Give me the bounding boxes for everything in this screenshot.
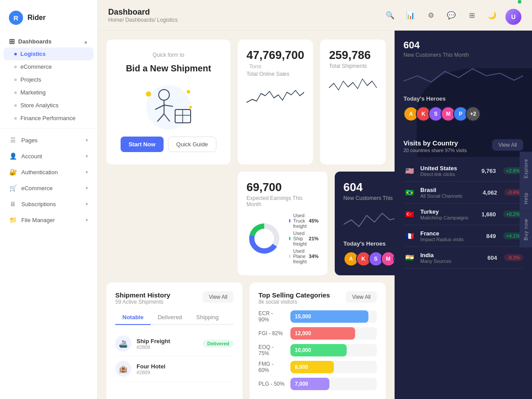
sidebar-item-finance[interactable]: Finance Performance xyxy=(0,112,97,125)
visits-list: 🇺🇸 United States Direct link clicks 9,76… xyxy=(403,160,523,269)
online-indicator xyxy=(518,0,521,4)
visit-row-2: 🇹🇷 Turkey Mailchimp Campaigns 1,680 +0.2… xyxy=(403,203,523,225)
top-selling-title: Top Selling Categories xyxy=(258,291,330,299)
customers-chart xyxy=(344,207,395,233)
visit-info: Brasil All Social Channels xyxy=(420,187,478,199)
total-sales-card: 47,769,700 Tons Total Online Sales xyxy=(238,39,313,164)
visit-row-4: 🇮🇳 India Many Sources 604 -8.3% xyxy=(403,247,523,269)
spacer xyxy=(106,172,231,275)
visit-count: 849 xyxy=(486,233,496,239)
total-shipments-card: 259,786 Total Shipments xyxy=(320,39,386,164)
breadcrumb: Home/ Dashboards/ Logistics xyxy=(108,17,178,23)
visit-info: France Impact Radius visits xyxy=(420,230,482,242)
sidebar-item-projects[interactable]: Projects xyxy=(0,73,97,86)
sidebar-item-pages[interactable]: ☰ Pages ▾ xyxy=(0,132,97,148)
truck-pct: 45% xyxy=(309,218,319,223)
chevron-down-icon: ▾ xyxy=(86,153,88,159)
rp-heroes-avatars: A K S M P +2 xyxy=(403,106,523,121)
shipment-name-1: Ship Freight xyxy=(137,338,197,344)
chevron-down-icon: ▾ xyxy=(86,201,88,207)
top-selling-sub: 8k social visitors xyxy=(258,299,330,305)
legend-plane: Used Plane freight 34% xyxy=(289,248,319,264)
shipments-label: Total Shipments xyxy=(329,63,377,69)
ship-label: Used Ship freight xyxy=(293,231,309,246)
donut-chart xyxy=(246,221,282,256)
sales-unit: Tons xyxy=(249,63,261,70)
legend-truck: Used Truck freight 45% xyxy=(289,213,319,229)
sidebar-item-subscriptions[interactable]: 🖥 Subscriptions ▾ xyxy=(0,196,97,212)
page-title: Dashboard xyxy=(108,8,178,17)
dashboards-section[interactable]: ⊞ Dashboards ▲ xyxy=(0,34,97,47)
start-now-button[interactable]: Start Now xyxy=(121,137,164,152)
bar-fill: 15,000 xyxy=(290,310,368,323)
visit-country: Turkey xyxy=(420,208,477,215)
logo[interactable]: R Rider xyxy=(0,7,97,34)
hotel-icon: 🏨 xyxy=(115,361,131,377)
search-icon[interactable]: 🔍 xyxy=(383,8,397,22)
sidebar-item-ecommerce[interactable]: eCommerce xyxy=(0,60,97,73)
sidebar: R Rider ⊞ Dashboards ▲ Logistics eCommer… xyxy=(0,0,98,399)
sidebar-item-ecommerce2[interactable]: 🛒 eCommerce ▾ xyxy=(0,180,97,196)
sales-value: 47,769,700 xyxy=(246,48,304,62)
sales-chart xyxy=(246,82,304,109)
visit-source: Direct link clicks xyxy=(420,172,477,177)
sales-value-row: 47,769,700 Tons xyxy=(246,48,304,70)
chevron-down-icon: ▾ xyxy=(86,169,88,175)
top-selling-card: Top Selling Categories 8k social visitor… xyxy=(250,282,386,399)
tab-delivered[interactable]: Delivered xyxy=(151,310,189,324)
shipment-item-1: 🚢 Ship Freight #2808 Delivered xyxy=(115,331,234,356)
bar-row-4: PLG - 50% 7,000 xyxy=(258,378,377,390)
shipment-id-2: #2809 xyxy=(137,370,234,375)
settings-icon[interactable]: ⚙ xyxy=(424,8,438,22)
quick-guide-button[interactable]: Quick Guide xyxy=(168,137,217,152)
top-selling-view-all[interactable]: View All xyxy=(346,291,377,303)
chat-icon[interactable]: 💬 xyxy=(444,8,458,22)
help-tab[interactable]: Help xyxy=(520,185,532,211)
hero-buttons: Start Now Quick Guide xyxy=(121,137,216,152)
dark-mode-icon[interactable]: 🌙 xyxy=(485,8,499,22)
main-area: Dashboard Home/ Dashboards/ Logistics 🔍 … xyxy=(98,0,532,399)
chevron-up-icon: ▲ xyxy=(83,39,88,44)
shipment-view-all[interactable]: View All xyxy=(203,291,234,303)
topbar-right: 🔍 📊 ⚙ 💬 ⊞ 🌙 U xyxy=(383,5,521,25)
visit-row-1: 🇧🇷 Brasil All Social Channels 4,062 -0.4… xyxy=(403,182,523,203)
buy-now-tab[interactable]: Buy now xyxy=(520,211,532,247)
hero-illustration xyxy=(135,81,202,129)
bar-label: EOQ - 75% xyxy=(258,344,285,356)
rp-heroes-label: Today's Heroes xyxy=(403,95,523,102)
shipment-sub: 59 Active Shipments xyxy=(115,299,170,305)
filemanager-icon: 📁 xyxy=(9,216,17,224)
hero-title: Bid a New Shipment xyxy=(126,63,211,74)
user-avatar[interactable]: U xyxy=(505,9,521,25)
visits-header: Visits by Country 20 countries share 97%… xyxy=(403,139,523,153)
dot xyxy=(14,91,17,94)
svg-point-17 xyxy=(254,229,274,248)
hero-subtitle: Quick form to xyxy=(153,52,184,58)
visits-title: Visits by Country xyxy=(403,139,467,147)
earnings-label: Expected Earnings This Month xyxy=(246,195,319,207)
logo-icon: R xyxy=(9,11,23,25)
sidebar-item-logistics[interactable]: Logistics xyxy=(4,47,94,60)
bar-track: 7,000 xyxy=(290,378,377,390)
bar-row-0: ECR - 90% 15,000 xyxy=(258,310,377,323)
truck-dot xyxy=(289,219,290,223)
customers-value: 604 xyxy=(344,180,395,194)
tab-shipping[interactable]: Shipping xyxy=(189,310,226,324)
legend-ship: Used Ship freight 21% xyxy=(289,231,319,246)
shipments-chart xyxy=(329,74,377,101)
ship-icon: 🚢 xyxy=(115,336,131,352)
grid-icon[interactable]: ⊞ xyxy=(465,8,479,22)
chart-icon[interactable]: 📊 xyxy=(403,8,418,22)
dot xyxy=(14,78,17,81)
sidebar-item-account[interactable]: 👤 Account ▾ xyxy=(0,148,97,164)
sidebar-item-store-analytics[interactable]: Store Analytics xyxy=(0,99,97,112)
tab-notable[interactable]: Notable xyxy=(115,310,151,324)
sidebar-item-auth[interactable]: 🔐 Authentication ▾ xyxy=(0,164,97,180)
shipment-tabs: Notable Delivered Shipping xyxy=(115,310,234,325)
explore-tab[interactable]: Explore xyxy=(520,152,532,185)
dot xyxy=(14,104,17,107)
visits-view-all[interactable]: View All xyxy=(492,139,523,151)
content-area: Quick form to Bid a New Shipment xyxy=(98,31,532,399)
sidebar-item-marketing[interactable]: Marketing xyxy=(0,86,97,99)
sidebar-item-filemanager[interactable]: 📁 File Manager ▾ xyxy=(0,212,97,228)
